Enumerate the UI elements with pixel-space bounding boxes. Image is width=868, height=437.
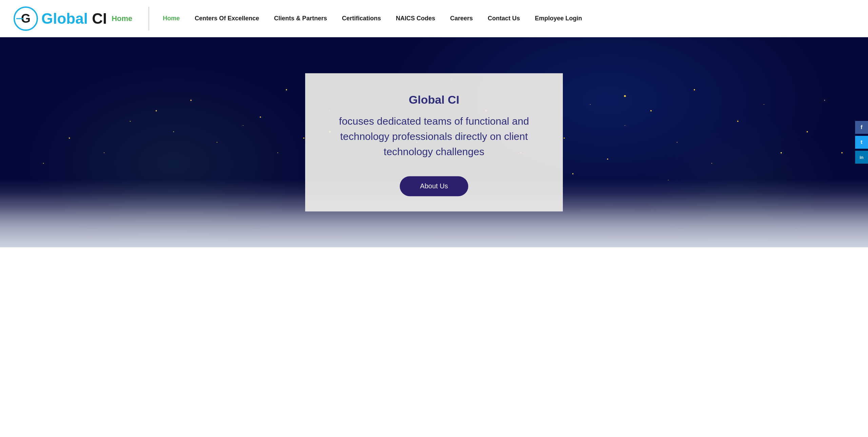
facebook-button[interactable]: f <box>855 121 868 134</box>
header: G Global CI Home Home Centers Of Excelle… <box>0 0 868 37</box>
facebook-icon: f <box>861 124 862 130</box>
logo-icon: G <box>14 6 38 31</box>
nav-careers[interactable]: Careers <box>442 15 480 22</box>
hero-subtitle: focuses dedicated teams of functional an… <box>332 113 536 159</box>
nav-naics[interactable]: NAICS Codes <box>388 15 442 22</box>
linkedin-button[interactable]: in <box>855 151 868 164</box>
twitter-button[interactable]: t <box>855 136 868 149</box>
nav-clients[interactable]: Clients & Partners <box>267 15 334 22</box>
nav-employee-login[interactable]: Employee Login <box>528 15 590 22</box>
social-sidebar: f t in <box>855 121 868 164</box>
linkedin-icon: in <box>860 155 864 160</box>
logo-ci: CI <box>92 10 107 27</box>
nav-centers[interactable]: Centers Of Excellence <box>187 15 267 22</box>
hero-title: Global CI <box>332 92 536 108</box>
hero-section: Global CI focuses dedicated teams of fun… <box>0 37 868 247</box>
logo-global: Global <box>41 10 92 27</box>
logo-divider <box>149 7 149 30</box>
about-us-button[interactable]: About Us <box>400 176 468 196</box>
nav-contact[interactable]: Contact Us <box>480 15 528 22</box>
hero-content-card: Global CI focuses dedicated teams of fun… <box>305 73 563 211</box>
hero-cta-container: About Us <box>400 176 468 196</box>
logo[interactable]: G Global CI Home <box>14 6 132 31</box>
main-nav: Home Centers Of Excellence Clients & Par… <box>155 15 589 22</box>
twitter-icon: t <box>861 139 862 145</box>
nav-certifications[interactable]: Certifications <box>334 15 388 22</box>
nav-home[interactable]: Home <box>155 15 187 22</box>
logo-tagline: Home <box>112 14 132 23</box>
